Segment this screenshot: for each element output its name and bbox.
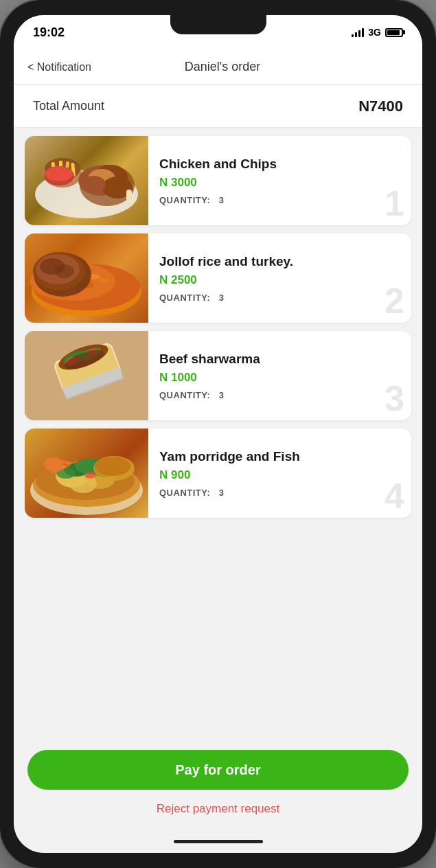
svg-point-15 xyxy=(81,176,106,192)
quantity-value-3: 3 xyxy=(219,390,225,400)
card-number-2: 2 xyxy=(385,283,404,319)
quantity-label-2: QUANTITY: xyxy=(159,293,210,303)
notch xyxy=(170,15,266,34)
food-image-4 xyxy=(25,429,148,518)
quantity-label-4: QUANTITY: xyxy=(159,488,210,498)
card-number-3: 3 xyxy=(385,380,404,416)
total-amount-bar: Total Amount N7400 xyxy=(14,85,422,128)
card-quantity-4: QUANTITY: 3 xyxy=(159,488,400,498)
reject-button[interactable]: Reject payment request xyxy=(27,799,409,819)
svg-point-52 xyxy=(44,457,63,471)
signal-bar-2 xyxy=(355,32,357,37)
order-card-3: Beef sharwarma N 1000 QUANTITY: 3 3 xyxy=(25,331,411,420)
battery-icon xyxy=(385,28,403,37)
card-title-2: Jollof rice and turkey. xyxy=(159,253,400,270)
status-icons: 3G xyxy=(352,27,403,38)
card-quantity-1: QUANTITY: 3 xyxy=(159,195,400,205)
card-title-4: Yam porridge and Fish xyxy=(159,448,400,465)
food-image-3 xyxy=(25,331,148,420)
card-title-1: Chicken and Chips xyxy=(159,156,400,172)
svg-point-29 xyxy=(55,264,74,278)
quantity-value-2: 3 xyxy=(219,293,225,303)
card-quantity-3: QUANTITY: 3 xyxy=(159,390,400,400)
card-price-1: N 3000 xyxy=(159,176,400,190)
status-time: 19:02 xyxy=(33,25,65,40)
signal-bar-4 xyxy=(362,28,364,37)
card-number-4: 4 xyxy=(385,478,404,514)
order-card-1: Chicken and Chips N 3000 QUANTITY: 3 1 xyxy=(25,136,411,225)
svg-point-54 xyxy=(95,457,130,476)
quantity-value-1: 3 xyxy=(219,195,225,205)
signal-bar-3 xyxy=(358,30,360,37)
bottom-action-area: Pay for order Reject payment request xyxy=(14,742,422,830)
svg-point-55 xyxy=(84,472,95,479)
quantity-label-3: QUANTITY: xyxy=(159,390,210,400)
card-number-1: 1 xyxy=(385,185,404,221)
home-indicator xyxy=(14,830,422,853)
pay-button[interactable]: Pay for order xyxy=(27,750,409,790)
signal-bar-1 xyxy=(352,34,354,37)
svg-point-8 xyxy=(45,166,73,181)
back-label: < Notification xyxy=(27,61,91,73)
home-bar xyxy=(174,840,263,843)
phone-frame: 19:02 3G < Notification Daniel's order xyxy=(0,0,436,868)
nav-bar: < Notification Daniel's order xyxy=(14,49,422,85)
battery-fill xyxy=(387,30,400,35)
quantity-value-4: 3 xyxy=(219,488,225,498)
card-details-2: Jollof rice and turkey. N 2500 QUANTITY:… xyxy=(148,233,411,323)
order-card-4: Yam porridge and Fish N 900 QUANTITY: 3 … xyxy=(25,429,411,518)
order-list: Chicken and Chips N 3000 QUANTITY: 3 1 xyxy=(14,128,422,742)
card-quantity-2: QUANTITY: 3 xyxy=(159,293,400,303)
signal-bars-icon xyxy=(352,27,364,37)
card-price-3: N 1000 xyxy=(159,371,400,385)
back-button[interactable]: < Notification xyxy=(27,61,91,73)
card-title-3: Beef sharwarma xyxy=(159,351,400,367)
network-label: 3G xyxy=(368,27,381,38)
order-card-2: Jollof rice and turkey. N 2500 QUANTITY:… xyxy=(25,233,411,323)
page-title: Daniel's order xyxy=(91,60,354,74)
card-details-3: Beef sharwarma N 1000 QUANTITY: 3 xyxy=(148,331,411,420)
card-price-2: N 2500 xyxy=(159,273,400,287)
svg-point-22 xyxy=(98,277,109,283)
food-image-1 xyxy=(25,136,148,225)
total-label: Total Amount xyxy=(33,99,104,113)
total-amount-value: N7400 xyxy=(358,98,403,115)
svg-rect-14 xyxy=(126,190,132,202)
card-details-1: Chicken and Chips N 3000 QUANTITY: 3 xyxy=(148,136,411,225)
food-image-2 xyxy=(25,233,148,323)
card-price-4: N 900 xyxy=(159,468,400,482)
card-details-4: Yam porridge and Fish N 900 QUANTITY: 3 xyxy=(148,429,411,518)
quantity-label-1: QUANTITY: xyxy=(159,195,210,205)
screen: 19:02 3G < Notification Daniel's order xyxy=(14,15,422,853)
